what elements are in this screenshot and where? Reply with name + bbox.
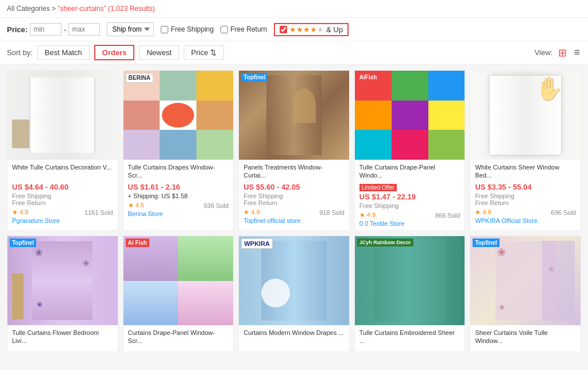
- product-image: AiFish: [355, 71, 465, 160]
- product-card[interactable]: AiFish Tulle Curtains Drape-Panel Windo.…: [354, 70, 466, 231]
- product-rating: ★ 4.8: [475, 209, 491, 216]
- rating-stars: ★★★★★: [289, 25, 324, 34]
- product-image: WPKIRA: [239, 236, 349, 325]
- product-info: Tulle Curtains Drape-Panel Windo... Limi…: [355, 160, 465, 230]
- sort-price[interactable]: Price ⇅: [184, 45, 224, 60]
- product-card[interactable]: ✋ White Curtains Sheer Window Bed... US …: [470, 70, 581, 231]
- price-max-input[interactable]: [68, 23, 100, 36]
- product-return: Free Return: [243, 199, 345, 206]
- brand-badge: JCyh Rainbow Decor: [357, 238, 413, 246]
- product-store[interactable]: Pgranatum Store: [12, 217, 113, 224]
- sort-best-match[interactable]: Best Match: [37, 45, 90, 60]
- product-card[interactable]: Topfinel ❀ ❀ ❀ Sheer Curtains Voile Tull…: [470, 236, 581, 352]
- free-return-filter: Free Return: [220, 25, 267, 33]
- product-shipping: Free Shipping: [243, 192, 345, 199]
- free-shipping-filter: Free Shipping: [161, 25, 214, 33]
- product-image: Topfinel ❀ ❀ ❀: [470, 236, 581, 325]
- product-title: Tulle Curtains Embroidered Sheer ...: [359, 329, 461, 346]
- sort-by-label: Sort by:: [7, 48, 33, 57]
- product-card[interactable]: JCyh Rainbow Decor Tulle Curtains Embroi…: [354, 236, 466, 352]
- product-shipping: + Shipping: US $1.58: [128, 192, 229, 199]
- free-return-checkbox[interactable]: [220, 26, 228, 33]
- brand-badge: Topfinel: [10, 238, 36, 247]
- product-image: [7, 71, 118, 160]
- product-title: Tulle Curtains Drape-Panel Windo...: [359, 163, 461, 180]
- brand-badge: BERINA: [126, 73, 153, 83]
- product-title: White Curtains Sheer Window Bed...: [475, 163, 576, 180]
- product-shipping: Free Shipping: [475, 192, 576, 199]
- grid-view-button[interactable]: ⊞: [557, 45, 568, 60]
- free-return-label: Free Return: [230, 25, 267, 33]
- product-rating: ★ 4.9: [359, 211, 376, 219]
- product-card[interactable]: Ai Fish Curtains Drape-Panel Window-Scr.…: [123, 236, 234, 352]
- product-info: Curtains Drape-Panel Window-Scr...: [123, 325, 234, 352]
- brand-badge: Topfinel: [473, 238, 499, 247]
- product-price: US $4.64 - 40.60: [12, 183, 113, 191]
- product-price: US $1.61 - 2.16: [128, 183, 229, 191]
- product-meta: ★ 4.8 1161 Sold: [12, 209, 113, 216]
- product-meta: ★ 4.9 866 Sold: [359, 211, 461, 219]
- product-card[interactable]: WPKIRA Curtains Modern Window Drapes ...: [238, 236, 350, 352]
- product-rating: ★ 4.6: [128, 202, 144, 209]
- price-min-input[interactable]: [30, 23, 61, 36]
- all-categories-link[interactable]: All Categories: [7, 5, 50, 13]
- rating-filter: ★★★★★ & Up: [274, 23, 349, 36]
- product-store[interactable]: 0 0 Textile Store: [359, 220, 461, 227]
- product-title: Tulle Curtains Drapes Window-Scr...: [128, 163, 229, 180]
- product-card[interactable]: Topfinel ❀ ❀ ❀ Tulle Curtains Flower Bed…: [7, 236, 118, 352]
- list-view-button[interactable]: ≡: [572, 45, 581, 60]
- products-grid: White Tulle Curtains Decoration V... US …: [0, 64, 588, 358]
- product-card[interactable]: Topfinel Panels Treatments Window-Curtai…: [238, 70, 350, 231]
- product-store[interactable]: WPKIRA Official Store: [475, 217, 576, 224]
- free-shipping-label: Free Shipping: [171, 25, 214, 33]
- product-return: Free Return: [12, 199, 113, 206]
- product-price: US $3.35 - 55.04: [475, 183, 576, 191]
- product-title: White Tulle Curtains Decoration V...: [12, 163, 113, 180]
- product-price: US $1.47 - 22.19: [359, 192, 461, 201]
- free-shipping-checkbox[interactable]: [161, 26, 168, 33]
- product-info: Sheer Curtains Voile Tulle Window...: [470, 325, 581, 352]
- brand-badge: WPKIRA: [241, 238, 273, 249]
- search-term: "sheer-curtains": [57, 5, 106, 13]
- product-shipping: Free Shipping: [359, 202, 461, 209]
- view-label: View:: [535, 48, 553, 57]
- rating-up-label: & Up: [326, 25, 343, 34]
- product-store[interactable]: Berina Store: [128, 210, 229, 217]
- product-rating: ★ 4.8: [12, 209, 28, 216]
- product-title: Tulle Curtains Flower Bedroom Livi...: [12, 329, 113, 346]
- price-separator: -: [64, 25, 66, 34]
- results-count: (1,023 Results): [108, 5, 154, 13]
- brand-badge: AiFish: [357, 73, 380, 82]
- product-info: Tulle Curtains Flower Bedroom Livi...: [7, 325, 118, 352]
- product-info: Panels Treatments Window-Curtai... US $5…: [239, 160, 349, 228]
- product-sold: 936 Sold: [204, 202, 229, 209]
- product-image: ✋: [470, 71, 581, 160]
- product-image: Ai Fish: [123, 236, 234, 325]
- rating-checkbox[interactable]: [280, 26, 287, 33]
- brand-badge: Topfinel: [241, 73, 268, 82]
- product-image: Topfinel ❀ ❀ ❀: [7, 236, 118, 325]
- product-info: White Tulle Curtains Decoration V... US …: [7, 160, 118, 228]
- sort-bar: Sort by: Best Match Orders Newest Price …: [0, 41, 588, 64]
- product-store[interactable]: Topfinel official store: [243, 217, 345, 224]
- product-card[interactable]: White Tulle Curtains Decoration V... US …: [7, 70, 118, 231]
- product-sold: 918 Sold: [319, 209, 344, 216]
- sort-orders[interactable]: Orders: [94, 45, 135, 60]
- sort-right: View: ⊞ ≡: [535, 45, 581, 60]
- product-info: Tulle Curtains Drapes Window-Scr... US $…: [123, 160, 234, 221]
- sort-newest[interactable]: Newest: [139, 45, 179, 60]
- product-card[interactable]: BERINA Tulle Curtains Drapes Window-Scr.…: [123, 70, 234, 231]
- product-sold: 696 Sold: [551, 209, 576, 216]
- product-info: Curtains Modern Window Drapes ...: [239, 325, 349, 352]
- product-title: Curtains Modern Window Drapes ...: [243, 329, 345, 346]
- product-meta: ★ 4.6 936 Sold: [128, 202, 229, 209]
- product-image: Topfinel: [239, 71, 349, 160]
- price-filter: Price: -: [7, 23, 100, 36]
- product-shipping: Free Shipping: [12, 192, 113, 199]
- product-image: JCyh Rainbow Decor: [355, 236, 465, 325]
- product-title: Panels Treatments Window-Curtai...: [243, 163, 345, 180]
- filters-bar: Price: - Ship from Free Shipping Free Re…: [0, 18, 588, 41]
- product-sold: 1161 Sold: [84, 209, 113, 216]
- product-sold: 866 Sold: [435, 212, 460, 219]
- ship-from-select[interactable]: Ship from: [107, 22, 154, 36]
